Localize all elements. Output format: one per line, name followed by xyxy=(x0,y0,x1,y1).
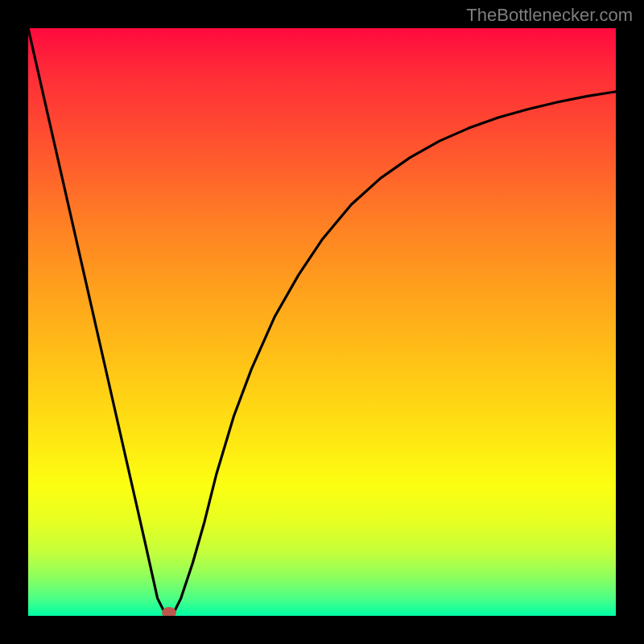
bottleneck-curve xyxy=(28,28,616,616)
chart-canvas: TheBottlenecker.com xyxy=(0,0,644,644)
attribution-text: TheBottlenecker.com xyxy=(466,5,633,26)
plot-area xyxy=(28,28,616,616)
optimal-point-marker xyxy=(162,607,176,616)
